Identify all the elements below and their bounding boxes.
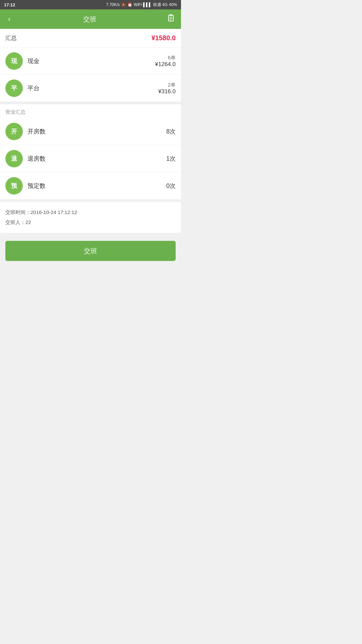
- platform-amount: ¥316.0: [158, 88, 176, 95]
- clipboard-button[interactable]: [166, 13, 176, 25]
- shift-person-label: 交班人：: [5, 219, 25, 225]
- signal-icon: ▌▌▌: [143, 2, 152, 7]
- shift-time-label: 交班时间：: [5, 209, 31, 215]
- platform-value: 2单 ¥316.0: [158, 82, 176, 95]
- cash-amount: ¥1264.0: [155, 61, 176, 68]
- reservation-icon-label: 预: [11, 182, 17, 190]
- platform-count: 2单: [158, 82, 176, 88]
- reservation-value: 0次: [166, 182, 176, 190]
- summary-label: 汇总: [5, 34, 17, 42]
- info-section: 交班时间：2016-10-24 17:12:12 交班人：22: [0, 202, 181, 233]
- checkout-icon-label: 退: [11, 155, 17, 163]
- checkin-count: 8次: [166, 128, 176, 135]
- status-time: 17:12: [4, 2, 15, 7]
- checkin-icon-circle: 开: [5, 123, 23, 140]
- carrier: 联通 4G: [153, 2, 168, 8]
- checkin-row: 开 开房数 8次: [0, 118, 181, 145]
- operation-section-label: 营业汇总: [0, 104, 181, 118]
- shift-time-value: 2016-10-24 17:12:12: [31, 209, 77, 215]
- cash-icon-label: 现: [11, 57, 17, 65]
- shift-person-value: 22: [25, 219, 31, 225]
- bottom-area: 交班: [0, 235, 181, 269]
- platform-icon-circle: 平: [5, 79, 23, 97]
- reservation-count: 0次: [166, 182, 176, 189]
- reservation-row: 预 预定数 0次: [0, 172, 181, 199]
- platform-icon-label: 平: [11, 84, 17, 92]
- summary-row: 汇总 ¥1580.0: [0, 29, 181, 48]
- status-bar: 17:12 7.70K/s 🔕 ⏰ WiFi ▌▌▌ 联通 4G 40%: [0, 0, 181, 9]
- cash-label: 现金: [27, 57, 155, 65]
- mute-icon: 🔕: [121, 2, 126, 7]
- status-right: 7.70K/s 🔕 ⏰ WiFi ▌▌▌ 联通 4G 40%: [106, 2, 177, 8]
- summary-section: 汇总 ¥1580.0 现 现金 6单 ¥1264.0 平 平台 2单 ¥316.…: [0, 29, 181, 102]
- checkout-value: 1次: [166, 155, 176, 163]
- network-speed: 7.70K/s: [106, 2, 120, 7]
- payment-row-platform: 平 平台 2单 ¥316.0: [0, 75, 181, 102]
- reservation-label: 预定数: [27, 182, 166, 190]
- shift-time-line: 交班时间：2016-10-24 17:12:12: [5, 207, 176, 217]
- submit-button[interactable]: 交班: [5, 241, 176, 261]
- reservation-icon-circle: 预: [5, 177, 23, 195]
- svg-rect-0: [169, 15, 173, 21]
- checkout-icon-circle: 退: [5, 150, 23, 167]
- cash-count: 6单: [155, 55, 176, 61]
- checkout-row: 退 退房数 1次: [0, 145, 181, 172]
- checkin-label: 开房数: [27, 127, 166, 136]
- back-button[interactable]: ‹: [5, 13, 13, 25]
- payment-row-cash: 现 现金 6单 ¥1264.0: [0, 48, 181, 75]
- checkout-count: 1次: [166, 155, 176, 162]
- operation-section: 营业汇总 开 开房数 8次 退 退房数 1次 预 预定数: [0, 104, 181, 199]
- alarm-icon: ⏰: [127, 2, 132, 7]
- svg-rect-1: [170, 14, 172, 16]
- checkin-icon-label: 开: [11, 127, 17, 136]
- platform-label: 平台: [27, 84, 158, 92]
- battery: 40%: [169, 2, 177, 7]
- checkout-label: 退房数: [27, 155, 166, 163]
- page-title: 交班: [83, 15, 97, 24]
- cash-value: 6单 ¥1264.0: [155, 55, 176, 68]
- cash-icon-circle: 现: [5, 52, 23, 70]
- checkin-value: 8次: [166, 127, 176, 136]
- wifi-icon: WiFi: [134, 2, 142, 7]
- header: ‹ 交班: [0, 9, 181, 29]
- summary-value: ¥1580.0: [152, 34, 176, 42]
- shift-person-line: 交班人：22: [5, 217, 176, 227]
- content: 汇总 ¥1580.0 现 现金 6单 ¥1264.0 平 平台 2单 ¥316.…: [0, 29, 181, 269]
